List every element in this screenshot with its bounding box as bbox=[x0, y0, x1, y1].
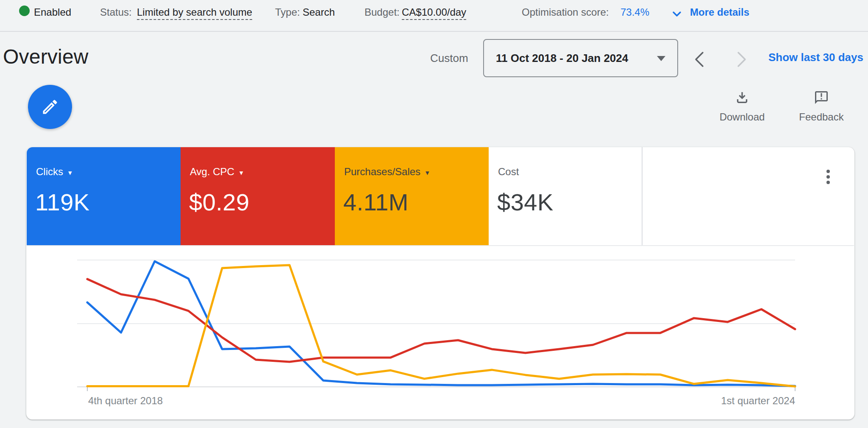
google-ads-overview-screen: Enabled Status: Limited by search volume… bbox=[0, 0, 868, 428]
scorecard-clicks-metric-selector[interactable]: Clicks ▾ bbox=[36, 166, 72, 178]
scorecard-label: Cost bbox=[498, 166, 519, 178]
pencil-icon bbox=[41, 98, 59, 116]
x-axis-start-label: 4th quarter 2018 bbox=[88, 395, 163, 407]
feedback-button[interactable]: Feedback bbox=[787, 90, 855, 123]
date-range-picker[interactable]: 11 Oct 2018 - 20 Jan 2024 bbox=[483, 39, 678, 77]
status-label: Status: bbox=[100, 6, 132, 19]
scorecard-cost-label-row: Cost bbox=[498, 166, 519, 178]
date-range-mode-label: Custom bbox=[430, 52, 468, 65]
download-button[interactable]: Download bbox=[708, 90, 776, 123]
caret-down-icon bbox=[657, 56, 665, 61]
download-tray-icon bbox=[734, 90, 750, 105]
edit-campaign-button[interactable] bbox=[28, 85, 72, 129]
scorecard-avg-cpc-metric-selector[interactable]: Avg. CPC ▾ bbox=[190, 166, 243, 178]
scorecard-avg-cpc-value: $0.29 bbox=[189, 188, 250, 216]
status-value[interactable]: Limited by search volume bbox=[137, 6, 252, 19]
enabled-status-dot-icon bbox=[19, 6, 30, 16]
scorecard-purchases-sales-value: 4.11M bbox=[343, 188, 409, 216]
scorecard-purchases-sales-metric-selector[interactable]: Purchases/Sales ▾ bbox=[344, 166, 429, 178]
optimisation-score-label: Optimisation score: bbox=[522, 6, 609, 19]
campaign-status-bar: Enabled Status: Limited by search volume… bbox=[0, 0, 868, 32]
comment-exclamation-icon bbox=[814, 90, 829, 105]
caret-down-icon: ▾ bbox=[426, 169, 429, 176]
date-range-value: 11 Oct 2018 - 20 Jan 2024 bbox=[496, 52, 628, 65]
caret-down-icon: ▾ bbox=[239, 169, 243, 176]
budget-label: Budget: bbox=[364, 6, 400, 19]
scorecard-label: Avg. CPC bbox=[190, 166, 234, 178]
scorecard-cost-value: $34K bbox=[497, 188, 554, 216]
show-last-30-days-link[interactable]: Show last 30 days bbox=[768, 51, 863, 64]
type-value: Search bbox=[303, 6, 335, 19]
page-title: Overview bbox=[3, 45, 89, 68]
budget-value[interactable]: CA$10.00/day bbox=[402, 6, 466, 19]
scorecard-label: Clicks bbox=[36, 166, 63, 178]
feedback-label: Feedback bbox=[787, 111, 855, 123]
scorecard-clicks: Clicks ▾ 119K bbox=[27, 147, 181, 245]
download-label: Download bbox=[708, 111, 776, 123]
chevron-left-icon[interactable] bbox=[692, 50, 709, 69]
more-details-link[interactable]: More details bbox=[690, 6, 749, 19]
scorecard-label: Purchases/Sales bbox=[344, 166, 420, 178]
scorecard-clicks-value: 119K bbox=[35, 188, 90, 216]
type-label: Type: bbox=[275, 6, 300, 19]
scorecard-avg-cpc: Avg. CPC ▾ $0.29 bbox=[181, 147, 335, 245]
caret-down-icon: ▾ bbox=[68, 169, 72, 176]
x-axis-end-label: 1st quarter 2024 bbox=[721, 395, 795, 407]
campaign-status-enabled[interactable]: Enabled bbox=[34, 6, 71, 19]
chevron-right-icon[interactable] bbox=[732, 50, 749, 69]
scorecard-cost: Cost $34K bbox=[489, 147, 643, 245]
vertical-ellipsis-icon[interactable] bbox=[821, 166, 835, 187]
scorecards-divider bbox=[27, 245, 854, 246]
optimisation-score-value: 73.4% bbox=[620, 6, 649, 19]
chevron-down-icon[interactable] bbox=[670, 7, 684, 21]
scorecard-purchases-sales: Purchases/Sales ▾ 4.11M bbox=[335, 147, 489, 245]
